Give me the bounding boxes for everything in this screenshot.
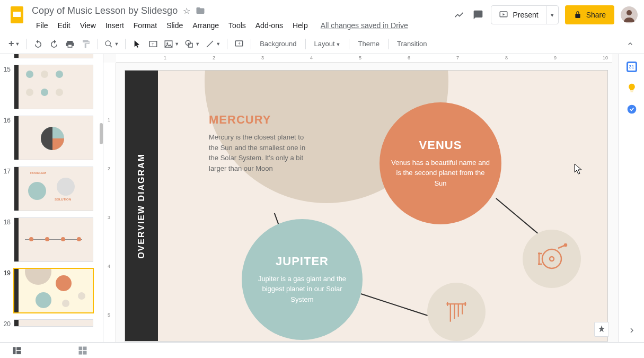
slide-thumbnail-17[interactable]: PROBLEM SOLUTION	[14, 167, 93, 211]
slide-number: 20	[2, 319, 14, 328]
keep-addon-icon[interactable]	[627, 83, 637, 93]
undo-button[interactable]	[31, 37, 46, 51]
slides-logo[interactable]	[6, 4, 28, 25]
tasks-addon-icon[interactable]	[627, 104, 637, 115]
grid-view-icon[interactable]	[76, 344, 89, 357]
jupiter-title: JUPITER	[276, 255, 329, 268]
transition-button[interactable]: Transition	[393, 40, 431, 48]
layout-button[interactable]: Layout▼	[310, 40, 345, 48]
venus-title: VENUS	[419, 138, 462, 152]
drum-icon-circle[interactable]	[523, 230, 581, 288]
svg-rect-32	[83, 346, 87, 350]
jupiter-body: Jupiter is a gas giant and the biggest p…	[252, 274, 352, 305]
present-dropdown[interactable]: ▼	[546, 6, 558, 24]
svg-rect-28	[13, 347, 16, 354]
menu-insert[interactable]: Insert	[101, 19, 128, 32]
slide-thumbnail-18[interactable]	[14, 217, 93, 262]
slide-thumbnail-16[interactable]	[14, 116, 93, 160]
svg-point-10	[167, 42, 169, 44]
svg-point-4	[627, 10, 632, 15]
chimes-icon	[442, 297, 471, 327]
slide-thumbnail-20[interactable]	[14, 319, 93, 327]
menu-tools[interactable]: Tools	[224, 19, 250, 32]
new-slide-button[interactable]: +▼	[6, 37, 22, 51]
calendar-addon-icon[interactable]: 31	[627, 62, 637, 72]
menu-addons[interactable]: Add-ons	[251, 19, 287, 32]
slide-editor[interactable]: OVERVIEW DIAGRAM MERCURY Mercury is the …	[125, 70, 608, 342]
menu-format[interactable]: Format	[129, 19, 161, 32]
ruler-vertical: 1 2 3 4 5	[103, 63, 116, 342]
filmstrip-scrollbar[interactable]	[100, 123, 103, 144]
doc-title[interactable]: Copy of Music Lesson by Slidesgo	[32, 5, 178, 16]
save-status[interactable]: All changes saved in Drive	[321, 21, 408, 30]
zoom-button[interactable]: ▼	[102, 37, 121, 51]
slide-number: 17	[2, 167, 14, 175]
share-label: Share	[586, 11, 606, 19]
slide-thumbnail-19[interactable]	[14, 268, 93, 313]
expand-sidepanel-icon[interactable]	[628, 326, 636, 335]
svg-point-26	[564, 244, 567, 246]
menu-bar: File Edit View Insert Format Slide Arran…	[32, 18, 453, 33]
toolbar: +▼ ▼ T ▼ ▼ ▼ + Background Layout▼ Theme …	[0, 34, 644, 54]
menu-file[interactable]: File	[32, 19, 52, 32]
background-button[interactable]: Background	[255, 40, 301, 48]
menu-help[interactable]: Help	[288, 19, 312, 32]
mercury-body: Mercury is the closest planet to the Sun…	[209, 132, 310, 173]
svg-text:T: T	[152, 42, 154, 47]
activity-icon[interactable]	[453, 8, 465, 21]
menu-slide[interactable]: Slide	[162, 19, 187, 32]
slide-number: 19	[2, 268, 14, 277]
drum-icon	[536, 243, 568, 275]
side-panel: 31	[619, 54, 644, 342]
filmstrip-view-icon[interactable]	[11, 344, 23, 357]
chimes-icon-circle[interactable]	[427, 283, 486, 341]
explore-button[interactable]	[594, 322, 609, 337]
mercury-title: MERCURY	[209, 113, 310, 127]
lock-icon	[574, 11, 582, 19]
slide-thumbnail-15[interactable]	[14, 65, 93, 109]
svg-line-6	[110, 45, 112, 47]
select-tool[interactable]	[130, 37, 145, 51]
svg-rect-31	[79, 346, 83, 350]
share-button[interactable]: Share	[565, 5, 614, 24]
svg-rect-30	[16, 351, 21, 354]
svg-rect-34	[83, 351, 87, 354]
overview-sidebar: OVERVIEW DIAGRAM	[125, 71, 158, 341]
svg-line-13	[207, 41, 213, 47]
filmstrip[interactable]: 15 16 17 PROBLEM	[0, 54, 103, 342]
svg-rect-1	[13, 12, 21, 17]
mercury-text[interactable]: MERCURY Mercury is the closest planet to…	[209, 113, 310, 173]
collapse-toolbar-icon[interactable]	[623, 37, 638, 51]
svg-point-5	[105, 41, 110, 46]
present-label: Present	[513, 11, 538, 19]
image-tool[interactable]: ▼	[162, 37, 181, 51]
slide-number: 18	[2, 217, 14, 226]
svg-point-20	[542, 249, 561, 268]
canvas[interactable]: 1 2 3 4 5 6 7 8 9 10 1 2 3 4 5 OVERV	[103, 54, 619, 342]
svg-point-27	[627, 105, 636, 114]
slide-thumbnail[interactable]	[14, 54, 93, 58]
menu-view[interactable]: View	[76, 19, 100, 32]
menu-edit[interactable]: Edit	[54, 19, 75, 32]
menu-arrange[interactable]: Arrange	[188, 19, 223, 32]
title-area: Copy of Music Lesson by Slidesgo ☆ File …	[32, 4, 453, 33]
present-button[interactable]: Present ▼	[491, 5, 558, 24]
star-icon[interactable]: ☆	[183, 6, 190, 16]
folder-icon[interactable]	[196, 6, 205, 15]
line-tool[interactable]: ▼	[203, 37, 223, 51]
redo-button[interactable]	[47, 37, 61, 51]
comments-icon[interactable]	[472, 8, 484, 21]
shape-tool[interactable]: ▼	[182, 37, 202, 51]
theme-button[interactable]: Theme	[354, 40, 383, 48]
paint-format-button[interactable]	[78, 37, 93, 51]
comment-button[interactable]: +	[232, 37, 246, 51]
textbox-tool[interactable]: T	[146, 37, 161, 51]
svg-text:+: +	[238, 40, 241, 46]
venus-circle[interactable]: VENUS Venus has a beautiful name and is …	[380, 102, 501, 224]
jupiter-circle[interactable]: JUPITER Jupiter is a gas giant and the b…	[242, 219, 363, 340]
avatar[interactable]	[621, 6, 638, 23]
ruler-horizontal: 1 2 3 4 5 6 7 8 9 10	[116, 54, 612, 63]
svg-rect-29	[16, 347, 21, 350]
print-button[interactable]	[63, 37, 77, 51]
slide-number: 15	[2, 65, 14, 73]
